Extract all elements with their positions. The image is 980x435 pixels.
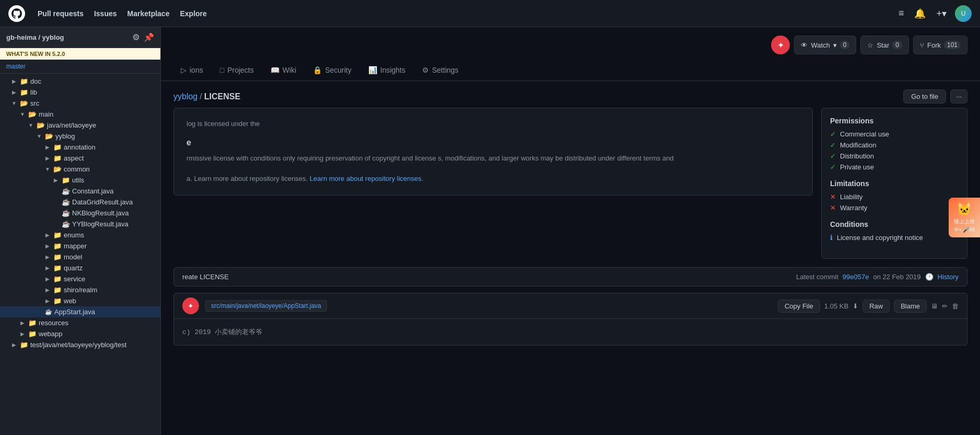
- folder-src-label: src: [30, 99, 39, 107]
- folder-model-label: model: [64, 253, 82, 261]
- file-tree: ▶ 📁 doc ▶ 📁 lib ▼ 📂 src ▼ 📂 main: [0, 74, 160, 352]
- content-area: log is licensed under the e rmissive lic…: [173, 108, 967, 259]
- desktop-icon[interactable]: 🖥: [931, 302, 938, 310]
- code-line-1: c) 2019 小卖铺的老爷爷: [182, 328, 262, 336]
- folder-open-icon: 📂: [37, 121, 45, 129]
- tree-file-yyblog[interactable]: ▶ ☕ YYBlogResult.java: [0, 219, 160, 230]
- tree-folder-annotation[interactable]: ▶ 📁 annotation: [0, 142, 160, 153]
- hamburger-menu[interactable]: ≡: [896, 6, 906, 21]
- tree-folder-java-net-laoyeye[interactable]: ▼ 📂 java/net/laoyeye: [0, 120, 160, 131]
- chevron-right-icon: ▶: [10, 89, 18, 95]
- folder-icon: 📁: [53, 275, 62, 283]
- chevron-right-icon: ▶: [44, 144, 51, 150]
- download-icon[interactable]: ⬇: [853, 302, 858, 310]
- conditions-title: Conditions: [830, 220, 959, 228]
- settings-icon[interactable]: ⚙: [132, 32, 139, 42]
- tree-folder-aspect[interactable]: ▶ 📁 aspect: [0, 153, 160, 164]
- gitee-file-icon: ✦: [182, 297, 199, 314]
- folder-icon: 📁: [53, 297, 62, 305]
- folder-utils-label: utils: [72, 176, 84, 184]
- tree-folder-web[interactable]: ▶ 📁 web: [0, 295, 160, 306]
- folder-open-icon: 📂: [28, 110, 37, 118]
- watch-dropdown-icon: ▾: [833, 41, 837, 49]
- chevron-down-icon: ▼: [19, 111, 26, 117]
- tree-folder-enums[interactable]: ▶ 📁 enums: [0, 230, 160, 241]
- pin-icon[interactable]: 📌: [144, 32, 154, 42]
- commit-meta: Latest commit 99e057e on 22 Feb 2019 🕐 H…: [796, 273, 959, 281]
- permissions-section: Permissions ✓ Commercial use ✓ Modificat…: [830, 117, 959, 171]
- tree-folder-test[interactable]: ▶ 📁 test/java/net/laoyeye/yyblog/test: [0, 339, 160, 350]
- breadcrumb-separator: /: [200, 92, 202, 101]
- nav-pull-requests[interactable]: Pull requests: [38, 9, 84, 18]
- permission-modification: ✓ Modification: [830, 141, 959, 149]
- fork-count: 101: [944, 41, 961, 49]
- tree-folder-yyblog[interactable]: ▼ 📂 yyblog: [0, 131, 160, 142]
- sidebar-header: gb-heima / yyblog ⚙ 📌: [0, 27, 160, 48]
- tree-file-constant[interactable]: ▶ ☕ Constant.java: [0, 186, 160, 197]
- breadcrumb-repo[interactable]: yyblog: [173, 92, 197, 101]
- new-item-plus[interactable]: +▾: [934, 6, 949, 21]
- commit-hash[interactable]: 99e057e: [843, 273, 869, 281]
- more-options-button[interactable]: ···: [950, 89, 967, 104]
- tree-folder-model[interactable]: ▶ 📁 model: [0, 251, 160, 262]
- chevron-right-icon: ▶: [44, 243, 51, 249]
- tab-security[interactable]: 🔒 Security: [306, 61, 359, 81]
- tree-folder-src[interactable]: ▼ 📂 src: [0, 98, 160, 109]
- star-button[interactable]: ☆ Star 0: [860, 36, 909, 54]
- folder-icon: 📁: [53, 242, 62, 250]
- tree-file-nkblog[interactable]: ▶ ☕ NKBlogResult.java: [0, 208, 160, 219]
- repo-name: gb-heima / yyblog: [6, 33, 64, 41]
- chevron-down-icon: ▼: [44, 166, 51, 172]
- nav-explore[interactable]: Explore: [180, 9, 206, 18]
- tree-folder-resources[interactable]: ▶ 📁 resources: [0, 317, 160, 328]
- tree-folder-doc[interactable]: ▶ 📁 doc: [0, 76, 160, 87]
- tab-actions[interactable]: ▷ ions: [173, 61, 211, 81]
- tree-folder-main[interactable]: ▼ 📂 main: [0, 109, 160, 120]
- blame-button[interactable]: Blame: [894, 300, 927, 313]
- chevron-right-icon: ▶: [19, 320, 26, 326]
- float-panel[interactable]: 🐱 猫上上传 中•,🎤99: [949, 198, 980, 237]
- tree-folder-service[interactable]: ▶ 📁 service: [0, 273, 160, 284]
- tree-folder-lib[interactable]: ▶ 📁 lib: [0, 87, 160, 98]
- tree-folder-utils[interactable]: ▶ 📁 utils: [0, 175, 160, 186]
- folder-open-icon: 📂: [53, 165, 62, 173]
- tree-file-appstart[interactable]: ▶ ☕ AppStart.java: [0, 306, 160, 317]
- chevron-right-icon: ▶: [44, 232, 51, 238]
- copy-file-button[interactable]: Copy File: [778, 300, 820, 313]
- chevron-right-icon: ▶: [10, 342, 18, 348]
- learn-more-link[interactable]: Learn more about repository licenses.: [310, 175, 424, 182]
- permission-commercial-label: Commercial use: [840, 130, 889, 138]
- latest-commit-label: Latest commit: [796, 273, 838, 281]
- folder-icon: 📁: [28, 330, 37, 338]
- tab-wiki[interactable]: 📖 Wiki: [263, 61, 304, 81]
- limitation-warranty: ✕ Warranty: [830, 204, 959, 212]
- fork-button[interactable]: ⑂ Fork 101: [913, 36, 967, 54]
- watch-button[interactable]: 👁 Watch ▾ 0: [794, 36, 856, 54]
- tab-projects[interactable]: □ Projects: [213, 61, 261, 81]
- chevron-right-icon: ▶: [44, 254, 51, 260]
- tab-insights[interactable]: 📊 Insights: [361, 61, 413, 81]
- avatar[interactable]: U: [955, 5, 972, 22]
- tree-folder-mapper[interactable]: ▶ 📁 mapper: [0, 241, 160, 251]
- breadcrumb-path: yyblog / LICENSE: [173, 92, 240, 101]
- delete-icon[interactable]: 🗑: [952, 302, 959, 310]
- tree-folder-shiro-realm[interactable]: ▶ 📁 shiro/realm: [0, 284, 160, 295]
- notifications-bell[interactable]: 🔔: [912, 6, 928, 21]
- nav-issues[interactable]: Issues: [94, 9, 117, 18]
- github-logo[interactable]: [8, 5, 25, 22]
- go-to-file-button[interactable]: Go to file: [903, 89, 946, 104]
- tree-folder-quartz[interactable]: ▶ 📁 quartz: [0, 262, 160, 273]
- raw-button[interactable]: Raw: [862, 300, 890, 313]
- tree-file-datagrid[interactable]: ▶ ☕ DataGridResult.java: [0, 197, 160, 208]
- tree-folder-common[interactable]: ▼ 📂 common: [0, 164, 160, 175]
- nav-marketplace[interactable]: Marketplace: [127, 9, 170, 18]
- tab-settings[interactable]: ⚙ Settings: [415, 61, 466, 81]
- edit-icon[interactable]: ✏: [942, 302, 948, 310]
- permission-private: ✓ Private use: [830, 163, 959, 171]
- gitee-icon[interactable]: ✦: [771, 36, 790, 54]
- tree-folder-webapp[interactable]: ▶ 📁 webapp: [0, 328, 160, 339]
- java-file-icon: ☕: [62, 220, 70, 228]
- fork-icon: ⑂: [920, 41, 924, 49]
- history-link[interactable]: History: [938, 273, 959, 281]
- folder-icon: 📁: [53, 154, 62, 162]
